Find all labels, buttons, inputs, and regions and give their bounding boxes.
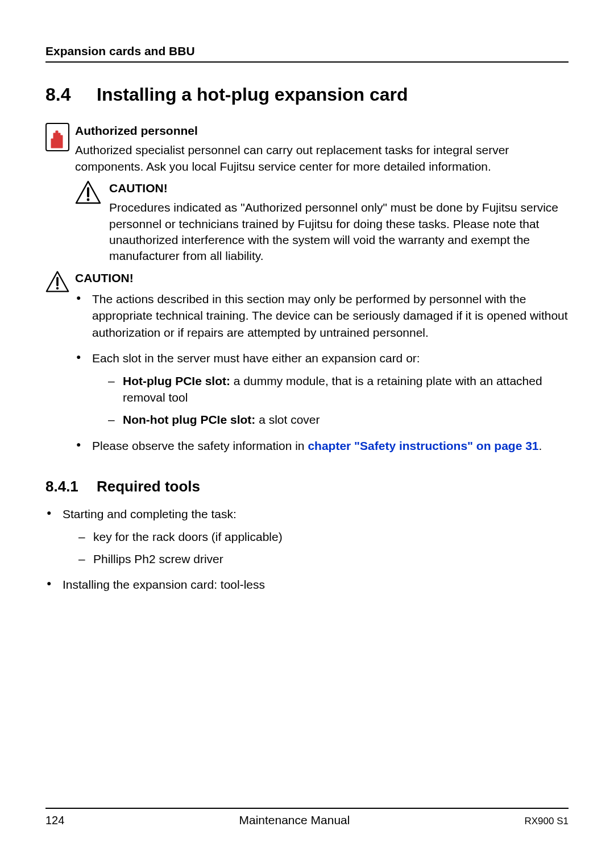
caution-triangle-icon — [45, 270, 75, 293]
authorized-personnel-notice: Authorized personnel Authorized speciali… — [45, 123, 569, 264]
b2-d1-bold: Hot-plug PCIe slot: — [123, 374, 230, 387]
sub-title: Required tools — [97, 478, 200, 495]
b2-d2-bold: Non-hot plug PCIe slot: — [123, 413, 255, 426]
tools-b1-intro: Starting and completing the task: — [63, 507, 237, 520]
footer-rule — [45, 808, 569, 809]
tools-b1-d2: Phillips Ph2 screw driver — [78, 551, 569, 567]
caution-bullet-list: The actions described in this section ma… — [75, 291, 569, 454]
safety-chapter-link[interactable]: chapter "Safety instructions" on page 31 — [308, 439, 538, 452]
heading-title: Installing a hot-plug expansion card — [97, 84, 408, 105]
tools-b2: Installing the expansion card: tool-less — [45, 576, 569, 593]
info-box-icon — [45, 123, 75, 151]
tools-b1: Starting and completing the task: key fo… — [45, 506, 569, 567]
nested-caution-text: Procedures indicated as "Authorized pers… — [109, 200, 569, 264]
nested-caution-body: CAUTION! Procedures indicated as "Author… — [109, 180, 569, 264]
nested-caution-title: CAUTION! — [109, 180, 569, 196]
caution-bullet-3: Please observe the safety information in… — [75, 437, 569, 454]
caution-title: CAUTION! — [75, 270, 569, 286]
b2-d2-rest: a slot cover — [255, 413, 320, 426]
footer-manual-title: Maintenance Manual — [239, 813, 350, 827]
caution-body: CAUTION! The actions described in this s… — [75, 270, 569, 463]
authorized-body: Authorized personnel Authorized speciali… — [75, 123, 569, 264]
authorized-text: Authorized specialist personnel can carr… — [75, 142, 569, 175]
b3-pre: Please observe the safety information in — [92, 439, 308, 452]
svg-point-2 — [87, 199, 90, 201]
heading-8-4-1: 8.4.1Required tools — [45, 478, 569, 495]
sub-num: 8.4.1 — [45, 478, 97, 495]
caution-triangle-icon — [75, 180, 109, 204]
header-rule — [45, 61, 569, 63]
caution-b2-d2: Non-hot plug PCIe slot: a slot cover — [108, 411, 569, 428]
footer-model: RX900 S1 — [525, 816, 569, 827]
svg-point-4 — [56, 287, 59, 289]
tools-b1-dashlist: key for the rack doors (if applicable) P… — [78, 528, 569, 568]
caution-bullet-2: Each slot in the server must have either… — [75, 350, 569, 428]
b3-post: . — [539, 439, 542, 452]
caution-bullet-1: The actions described in this section ma… — [75, 291, 569, 341]
nested-caution: CAUTION! Procedures indicated as "Author… — [75, 180, 569, 264]
heading-8-4: 8.4Installing a hot-plug expansion card — [45, 83, 569, 106]
footer-page-number: 124 — [45, 814, 64, 827]
caution-block: CAUTION! The actions described in this s… — [45, 270, 569, 463]
caution-b2-dashlist: Hot-plug PCIe slot: a dummy module, that… — [108, 373, 569, 428]
caution-b2-intro: Each slot in the server must have either… — [92, 352, 420, 365]
tools-list: Starting and completing the task: key fo… — [45, 506, 569, 593]
tools-b1-d1: key for the rack doors (if applicable) — [78, 528, 569, 545]
section-header: Expansion cards and BBU — [45, 44, 569, 58]
heading-number: 8.4 — [45, 83, 97, 106]
caution-b2-d1: Hot-plug PCIe slot: a dummy module, that… — [108, 373, 569, 406]
page-footer: 124 Maintenance Manual RX900 S1 — [45, 808, 569, 827]
authorized-title: Authorized personnel — [75, 123, 569, 139]
